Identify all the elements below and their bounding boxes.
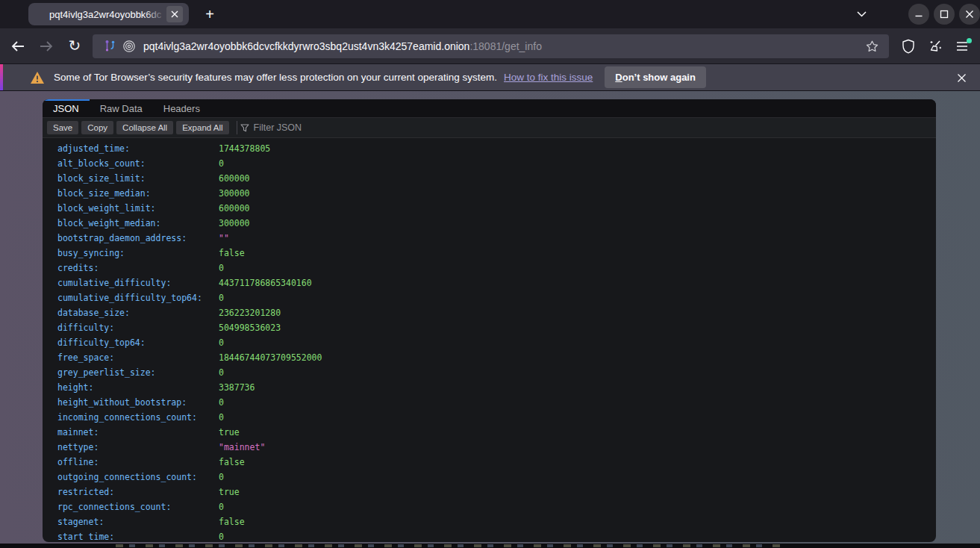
app-menu-button[interactable] <box>950 34 974 58</box>
json-value: 0 <box>219 365 224 380</box>
json-row: database_size:236223201280 <box>57 305 936 320</box>
back-button[interactable] <box>6 34 30 58</box>
json-row: block_weight_limit:600000 <box>57 201 936 216</box>
star-icon <box>866 40 878 52</box>
close-icon <box>957 73 967 83</box>
window-close-button[interactable] <box>959 4 980 25</box>
json-row: cumulative_difficulty:443711786865340160 <box>57 275 936 290</box>
new-tab-button[interactable]: + <box>199 3 221 25</box>
shield-icon <box>902 39 915 54</box>
json-viewer-panel: JSON Raw Data Headers Save Copy Collapse… <box>43 99 936 542</box>
json-value: 0 <box>219 290 224 305</box>
onion-site-icon[interactable] <box>119 40 139 53</box>
json-key: bootstrap_daemon_address: <box>57 231 219 246</box>
forward-button[interactable] <box>34 34 58 58</box>
json-row: offline:false <box>57 455 936 470</box>
json-row: cumulative_difficulty_top64:0 <box>57 290 936 305</box>
json-value: 443711786865340160 <box>219 275 312 290</box>
json-value: 0 <box>219 395 224 410</box>
json-row: free_space:18446744073709552000 <box>57 350 936 365</box>
json-row: alt_blocks_count:0 <box>57 156 936 171</box>
json-row: mainnet:true <box>57 425 936 440</box>
url-text[interactable]: pqt4ivlg3a2wr4oyobbk6dcvcfkkdyrwro3sbq2u… <box>143 40 862 52</box>
json-key: start_time: <box>57 529 219 540</box>
json-value: 0 <box>219 261 224 275</box>
tab-json[interactable]: JSON <box>43 99 90 117</box>
list-all-tabs-button[interactable] <box>850 3 873 25</box>
json-value: 0 <box>219 335 224 350</box>
close-icon <box>965 10 974 19</box>
json-row: restricted:true <box>57 485 936 499</box>
browser-tab-bar: pqt4ivlg3a2wr4oyobbk6dc + <box>0 0 980 28</box>
json-key: credits: <box>57 261 219 275</box>
how-to-fix-link[interactable]: How to fix this issue <box>504 72 593 83</box>
forward-arrow-icon <box>39 40 54 53</box>
json-row: busy_syncing:false <box>57 246 936 261</box>
save-button[interactable]: Save <box>47 121 78 134</box>
json-key: alt_blocks_count: <box>57 156 219 171</box>
notification-close-button[interactable] <box>953 69 970 86</box>
warning-icon <box>30 71 45 84</box>
json-value: false <box>219 514 245 529</box>
json-row: rpc_connections_count:0 <box>57 499 936 514</box>
maximize-icon <box>940 10 949 19</box>
tab-title: pqt4ivlg3a2wr4oyobbk6dc <box>49 9 165 20</box>
update-available-dot <box>967 38 972 43</box>
copy-button[interactable]: Copy <box>81 121 113 134</box>
new-identity-button[interactable] <box>923 34 947 58</box>
json-row: nettype:"mainnet" <box>57 440 936 455</box>
json-row: difficulty_top64:0 <box>57 335 936 350</box>
json-value: 504998536023 <box>219 320 281 335</box>
json-value: 600000 <box>219 171 250 186</box>
json-key: block_weight_limit: <box>57 201 219 216</box>
json-value: 18446744073709552000 <box>219 350 322 365</box>
letterbox-content-area: JSON Raw Data Headers Save Copy Collapse… <box>0 91 980 548</box>
reload-button[interactable]: ↻ <box>63 34 87 58</box>
json-value: 0 <box>219 410 224 425</box>
tab-raw-data[interactable]: Raw Data <box>90 99 153 117</box>
json-key: outgoing_connections_count: <box>57 470 219 485</box>
window-minimize-button[interactable] <box>908 4 929 25</box>
json-value: 1744378805 <box>219 141 270 156</box>
browser-tab[interactable]: pqt4ivlg3a2wr4oyobbk6dc <box>28 3 189 25</box>
json-key: free_space: <box>57 350 219 365</box>
security-notification-bar: Some of Tor Browser’s security features … <box>0 64 980 91</box>
json-key: busy_syncing: <box>57 246 219 261</box>
background-window-sliver <box>0 544 980 548</box>
json-row: block_size_limit:600000 <box>57 171 936 186</box>
json-value: 600000 <box>219 201 250 216</box>
tab-close-button[interactable] <box>166 6 183 22</box>
json-key: block_size_median: <box>57 186 219 201</box>
json-row: block_weight_median:300000 <box>57 216 936 231</box>
filter-json-input[interactable] <box>254 122 552 133</box>
json-row: stagenet:false <box>57 514 936 529</box>
security-level-button[interactable] <box>896 34 920 58</box>
json-row: incoming_connections_count:0 <box>57 410 936 425</box>
json-key: cumulative_difficulty: <box>57 275 219 290</box>
hamburger-menu-icon <box>956 41 968 52</box>
json-row: start_time:0 <box>57 529 936 540</box>
broom-icon <box>928 39 943 54</box>
json-key: restricted: <box>57 485 219 499</box>
json-value: 0 <box>219 470 224 485</box>
json-key: adjusted_time: <box>57 141 219 156</box>
toolbar-separator <box>237 121 237 134</box>
tor-circuit-icon[interactable] <box>100 40 119 52</box>
json-row: difficulty:504998536023 <box>57 320 936 335</box>
json-key: difficulty: <box>57 320 219 335</box>
bookmark-star-button[interactable] <box>862 40 881 52</box>
collapse-all-button[interactable]: Collapse All <box>116 121 173 134</box>
tab-headers[interactable]: Headers <box>153 99 210 117</box>
navigation-bar: ↻ pqt4ivlg3a2wr4oyobbk6dcvcfkkdyrwro3sbq… <box>0 28 980 64</box>
url-bar[interactable]: pqt4ivlg3a2wr4oyobbk6dcvcfkkdyrwro3sbq2u… <box>93 34 889 58</box>
json-viewer-tab-strip: JSON Raw Data Headers <box>43 99 936 118</box>
json-key: database_size: <box>57 305 219 320</box>
dont-show-again-button[interactable]: Don’t show again <box>605 66 706 88</box>
json-rows-container[interactable]: adjusted_time:1744378805alt_blocks_count… <box>43 138 936 540</box>
expand-all-button[interactable]: Expand All <box>176 121 228 134</box>
window-maximize-button[interactable] <box>934 4 955 25</box>
filter-box[interactable] <box>240 122 936 133</box>
json-value: false <box>219 246 245 261</box>
tab-title-fade <box>144 9 165 20</box>
clipped-text-sliver <box>116 544 784 547</box>
